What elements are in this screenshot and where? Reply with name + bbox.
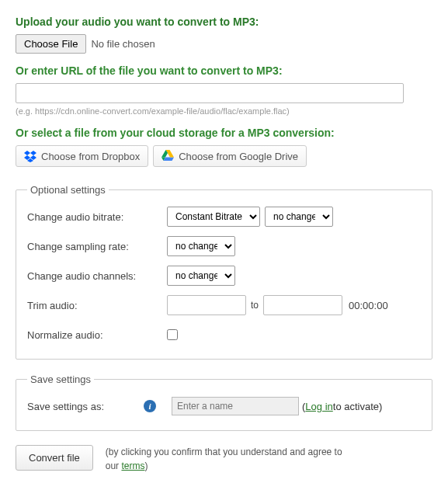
channels-select[interactable]: no change [167, 266, 235, 286]
save-settings: Save settings Save settings as: i (Log i… [16, 374, 432, 431]
cloud-heading: Or select a file from your cloud storage… [16, 127, 432, 139]
sampling-label: Change sampling rate: [27, 241, 167, 252]
terms-link[interactable]: terms [121, 460, 144, 471]
disclaimer: (by clicking you confirm that you unders… [106, 445, 346, 473]
gdrive-button[interactable]: Choose from Google Drive [153, 145, 307, 167]
bitrate-value-select[interactable]: no change [265, 207, 333, 227]
upload-heading: Upload your audio you want to convert to… [16, 16, 432, 28]
activate-text: to activate) [333, 401, 383, 412]
login-link[interactable]: Log in [305, 401, 332, 412]
channels-label: Change audio channels: [27, 270, 167, 282]
dropbox-label: Choose from Dropbox [41, 151, 140, 162]
choose-file-button[interactable]: Choose File [16, 34, 86, 54]
trim-duration: 00:00:00 [349, 300, 388, 311]
info-icon: i [144, 400, 156, 412]
normalize-checkbox[interactable] [167, 329, 178, 340]
optional-settings: Optional settings Change audio bitrate: … [16, 184, 432, 360]
gdrive-label: Choose from Google Drive [179, 151, 298, 162]
save-name-input[interactable] [172, 397, 299, 415]
trim-label: Trim audio: [27, 300, 167, 311]
file-status: No file chosen [91, 38, 155, 50]
sampling-select[interactable]: no change [167, 236, 235, 256]
convert-button[interactable]: Convert file [16, 445, 93, 471]
url-heading: Or enter URL of the file you want to con… [16, 64, 432, 77]
bitrate-type-select[interactable]: Constant Bitrate [167, 207, 260, 227]
save-legend: Save settings [27, 374, 94, 385]
url-example: (e.g. https://cdn.online-convert.com/exa… [16, 106, 432, 116]
url-input[interactable] [16, 83, 404, 103]
optional-legend: Optional settings [27, 184, 109, 196]
trim-from-input[interactable] [167, 295, 246, 315]
trim-to-input[interactable] [263, 295, 342, 315]
normalize-label: Normalize audio: [27, 329, 167, 341]
gdrive-icon [161, 150, 174, 162]
dropbox-icon [24, 150, 36, 162]
bitrate-label: Change audio bitrate: [27, 211, 167, 223]
dropbox-button[interactable]: Choose from Dropbox [16, 145, 148, 167]
trim-to-label: to [251, 300, 259, 311]
save-label: Save settings as: [27, 401, 144, 412]
